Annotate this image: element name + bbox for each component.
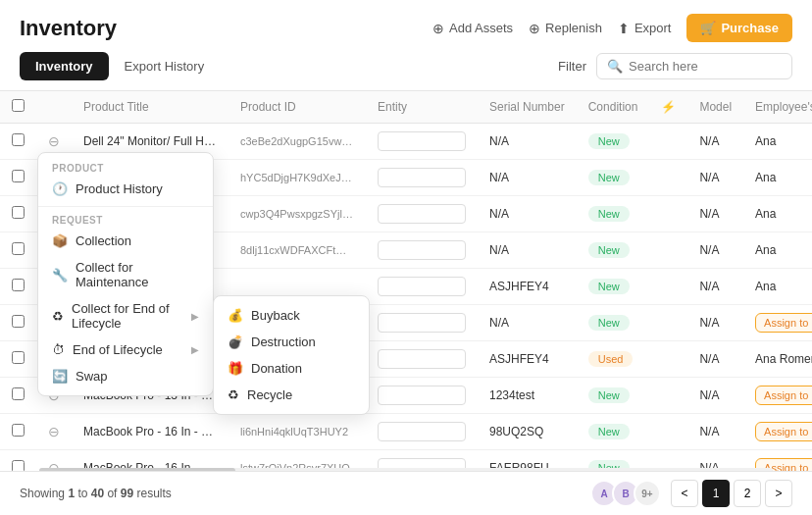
condition-badge: New [588, 206, 630, 222]
entity-input[interactable] [378, 131, 466, 151]
search-box[interactable]: 🔍 [596, 53, 792, 79]
serial-number: 98UQ2SQ [478, 414, 577, 450]
employee-cell: Assign to Emp [743, 378, 812, 414]
condition-badge: New [588, 387, 630, 403]
search-icon: 🔍 [607, 59, 623, 74]
dropdown-end-of-lifecycle[interactable]: ⏱ End of Lifecycle ▶ [38, 336, 213, 363]
tab-group: Inventory Export History [20, 52, 220, 80]
employee-name: Ana Romero [755, 352, 812, 366]
header-actions: ⊕ Add Assets ⊕ Replenish ⬆ Export 🛒 Purc… [432, 14, 792, 42]
entity-input[interactable] [378, 204, 466, 224]
entity-input[interactable] [378, 277, 466, 296]
row-icon: ⊖ [48, 133, 60, 149]
filter-label: Filter [558, 59, 586, 74]
tab-inventory[interactable]: Inventory [20, 52, 109, 80]
row-checkbox[interactable] [12, 206, 25, 219]
table-row: ⊖ MacBook Pro - 16 In - M1 Pro - 3... li… [0, 414, 812, 450]
col-condition: Condition [577, 91, 650, 124]
row-checkbox[interactable] [12, 279, 25, 291]
submenu-recycle[interactable]: ♻ Recycle [214, 382, 369, 408]
replenish-icon: ⊕ [529, 21, 540, 36]
table-header-row: Product Title Product ID Entity Serial N… [0, 91, 812, 124]
model: N/A [687, 269, 743, 305]
col-product-title: Product Title [72, 91, 228, 124]
assign-button[interactable]: Assign to Emp [755, 386, 812, 405]
pagination: < 1 2 > [671, 480, 792, 507]
page-1-button[interactable]: 1 [702, 480, 730, 507]
condition-badge: New [588, 279, 630, 294]
product-history-icon: 🕐 [52, 181, 68, 196]
submenu-destruction[interactable]: 💣 Destruction [214, 329, 369, 355]
prev-page-button[interactable]: < [671, 480, 698, 507]
condition-badge: New [588, 170, 630, 185]
select-all-checkbox[interactable] [12, 99, 25, 112]
filter-condition-icon: ⚡ [661, 100, 676, 114]
employee-cell: Ana [743, 196, 812, 232]
product-id: li6nHni4qklUqT3HUY2 [228, 414, 366, 450]
dropdown-collection[interactable]: 📦 Collection [38, 228, 213, 254]
entity-input[interactable] [378, 422, 466, 441]
dropdown-request-section: REQUEST [38, 211, 213, 228]
dropdown-product-history[interactable]: 🕐 Product History [38, 176, 213, 202]
employee-cell: Ana [743, 160, 812, 196]
submenu-donation[interactable]: 🎁 Donation [214, 355, 369, 382]
header: Inventory ⊕ Add Assets ⊕ Replenish ⬆ Exp… [0, 0, 812, 52]
collection-icon: 📦 [52, 233, 68, 248]
dropdown-collect-maintenance[interactable]: 🔧 Collect for Maintenance [38, 254, 213, 295]
dropdown-product-section: PRODUCT [38, 159, 213, 176]
row-checkbox[interactable] [12, 315, 25, 328]
condition-badge: New [588, 133, 630, 149]
avatar-group: A B 9+ [590, 480, 661, 507]
page-2-button[interactable]: 2 [734, 480, 761, 507]
submenu-buyback[interactable]: 💰 Buyback [214, 302, 369, 329]
serial-number: N/A [478, 232, 577, 269]
model: N/A [687, 305, 743, 341]
col-employee: Employee's Nam [743, 91, 812, 124]
page-title: Inventory [20, 16, 117, 41]
condition-badge: Used [588, 351, 634, 367]
col-model: Model [687, 91, 743, 124]
serial-number: N/A [478, 196, 577, 232]
serial-number: N/A [478, 305, 577, 341]
entity-input[interactable] [378, 349, 466, 369]
entity-input[interactable] [378, 168, 466, 187]
employee-name: Ana [755, 243, 776, 257]
model: N/A [687, 341, 743, 378]
replenish-button[interactable]: ⊕ Replenish [529, 21, 602, 36]
donation-icon: 🎁 [228, 361, 243, 376]
row-checkbox[interactable] [12, 424, 25, 437]
export-button[interactable]: ⬆ Export [618, 21, 672, 36]
model: N/A [687, 160, 743, 196]
purchase-button[interactable]: 🛒 Purchase [686, 14, 792, 42]
col-filter-icon[interactable]: ⚡ [649, 91, 687, 124]
entity-input[interactable] [378, 386, 466, 405]
lifecycle-submenu: 💰 Buyback 💣 Destruction 🎁 Donation ♻ Rec… [213, 295, 370, 415]
serial-number: N/A [478, 160, 577, 196]
search-input[interactable] [629, 59, 782, 74]
dropdown-swap[interactable]: 🔄 Swap [38, 363, 213, 389]
assign-button[interactable]: Assign to Emp [755, 313, 812, 333]
row-checkbox[interactable] [12, 133, 25, 146]
assign-button[interactable]: Assign to Emp [755, 422, 812, 441]
serial-number: ASJHFEY4 [478, 269, 577, 305]
next-page-button[interactable]: > [765, 480, 792, 507]
entity-input[interactable] [378, 240, 466, 260]
serial-number: ASJHFEY4 [478, 341, 577, 378]
col-entity: Entity [366, 91, 478, 124]
entity-input[interactable] [378, 313, 466, 333]
employee-name: Ana [755, 134, 776, 148]
add-assets-button[interactable]: ⊕ Add Assets [432, 21, 513, 36]
row-checkbox[interactable] [12, 351, 25, 364]
employee-cell: Ana [743, 124, 812, 160]
tab-export-history[interactable]: Export History [109, 52, 221, 80]
employee-name: Ana [755, 171, 776, 184]
condition-badge: New [588, 424, 630, 439]
row-checkbox[interactable] [12, 387, 25, 400]
row-checkbox[interactable] [12, 170, 25, 182]
employee-cell: Assign to Emp [743, 305, 812, 341]
model: N/A [687, 378, 743, 414]
end-lifecycle-icon: ⏱ [52, 342, 65, 357]
dropdown-collect-lifecycle[interactable]: ♻ Collect for End of Lifecycle ▶ 💰 Buyba… [38, 295, 213, 336]
row-checkbox[interactable] [12, 242, 25, 255]
context-dropdown: PRODUCT 🕐 Product History REQUEST 📦 Coll… [37, 152, 214, 396]
